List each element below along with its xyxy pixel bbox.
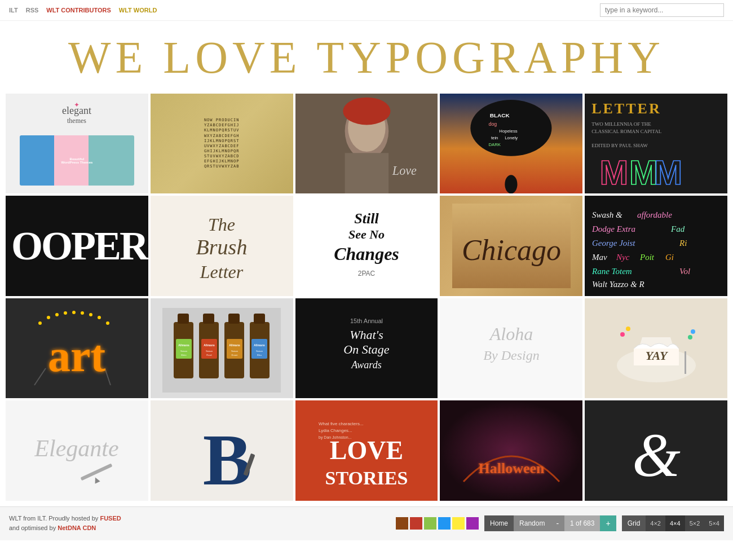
svg-text:B: B — [203, 419, 252, 493]
grid-item-elegant-themes[interactable]: elegant themes ✦ BeautifulWordPress Them… — [6, 94, 148, 193]
yay-inner: YAY — [585, 298, 727, 398]
svg-text:Allmans: Allmans — [229, 343, 240, 347]
grid-item-black-dog[interactable]: BLACK dog Hopeless tein Lonely DARK — [440, 94, 582, 193]
grid-option-4x2[interactable]: 4×2 — [646, 515, 665, 531]
still-inner: Still See No Changes 2PAC — [295, 196, 438, 296]
next-page-button[interactable]: + — [600, 515, 616, 531]
portrait-inner: Love — [295, 94, 438, 193]
swatch-red[interactable] — [410, 517, 422, 530]
svg-rect-5 — [345, 153, 388, 193]
svg-rect-113 — [452, 408, 571, 493]
stage-inner: 15th Annual What's On Stage Awards — [295, 298, 438, 398]
prev-page-button[interactable]: - — [550, 515, 564, 531]
footer: WLT from ILT. Proudly hosted by FUSED an… — [0, 506, 733, 540]
svg-text:Elegante: Elegante — [34, 435, 119, 461]
svg-text:DARK: DARK — [489, 142, 501, 147]
grid-item-alphabet[interactable]: NOW PRODUCINYZABCDEFGHIJKLMNOPQRSTUVWXYZ… — [151, 94, 293, 193]
grid-item-chicago[interactable]: Chicago — [440, 196, 582, 296]
grid-item-art-sign[interactable]: art — [6, 298, 148, 398]
svg-text:What five characters...: What five characters... — [319, 421, 364, 426]
svg-text:Aloha: Aloha — [489, 324, 533, 344]
grid-item-swash[interactable]: Swash & affordable Dodge Extra Fad Georg… — [585, 196, 727, 296]
grid-item-brush-letter[interactable]: The Brush Letter — [151, 196, 293, 296]
search-input[interactable] — [600, 3, 724, 17]
svg-text:Hopeless: Hopeless — [500, 129, 518, 134]
grid-item-whats-on-stage[interactable]: 15th Annual What's On Stage Awards — [295, 298, 438, 398]
image-grid: elegant themes ✦ BeautifulWordPress Them… — [0, 94, 733, 506]
svg-point-54 — [89, 313, 92, 316]
svg-text:Saison: Saison — [256, 350, 263, 352]
grid-item-letter-book[interactable]: LETTER TWO MILLENNIA OF THECLASSICAL ROM… — [585, 94, 727, 193]
svg-text:Doure: Doure — [232, 354, 239, 356]
svg-rect-65 — [203, 314, 214, 324]
home-button[interactable]: Home — [484, 515, 514, 531]
swash-inner: Swash & affordable Dodge Extra Fad Georg… — [585, 196, 727, 296]
svg-point-97 — [691, 329, 695, 334]
svg-text:The: The — [208, 214, 235, 235]
aloha-inner: Aloha By Design — [440, 298, 582, 398]
beer-inner: Allmans Saison Bière Allmans Saison Rosé… — [151, 298, 293, 398]
svg-text:&: & — [632, 421, 681, 490]
svg-text:Nyc: Nyc — [616, 253, 630, 262]
footer-credit: WLT from ILT. Proudly hosted by FUSED an… — [9, 514, 121, 533]
grid-item-love-stories[interactable]: What five characters... Lydia Changes...… — [295, 400, 438, 500]
nav-rss[interactable]: RSS — [26, 7, 39, 14]
svg-text:Dodge Extra: Dodge Extra — [591, 224, 635, 233]
grid-option-4x4[interactable]: 4×4 — [665, 515, 685, 531]
swatch-yellow[interactable] — [452, 517, 465, 530]
svg-text:Ri: Ri — [679, 239, 687, 248]
svg-text:Lonely: Lonely — [505, 135, 518, 140]
svg-text:Allmans: Allmans — [254, 343, 265, 347]
elegant-logo: elegant themes ✦ — [43, 102, 111, 133]
random-button[interactable]: Random — [514, 515, 550, 531]
svg-point-56 — [106, 321, 109, 325]
brush-inner: The Brush Letter — [151, 196, 293, 296]
svg-text:By Design: By Design — [483, 348, 539, 363]
footer-fused-link[interactable]: FUSED — [100, 515, 121, 522]
svg-point-48 — [38, 321, 42, 325]
footer-cdn-link[interactable]: NetDNA CDN — [58, 524, 96, 531]
svg-text:Saison: Saison — [231, 350, 238, 352]
swatch-blue[interactable] — [438, 517, 451, 530]
svg-point-99 — [688, 335, 692, 339]
grid-item-elegante-script[interactable]: Elegante — [6, 400, 148, 500]
svg-point-96 — [620, 332, 625, 337]
svg-point-52 — [72, 311, 76, 314]
swatch-green[interactable] — [424, 517, 436, 530]
pagination: Home Random - 1 of 683 + — [484, 515, 616, 531]
grid-item-portrait[interactable]: Love — [295, 94, 438, 193]
grid-item-b-letter[interactable]: B — [151, 400, 293, 500]
svg-rect-59 — [178, 314, 189, 324]
nav-ilt[interactable]: ILT — [9, 7, 18, 14]
nav-world[interactable]: WLT WORLD — [119, 7, 157, 14]
svg-point-49 — [47, 316, 50, 319]
svg-text:Saison: Saison — [180, 350, 187, 352]
grid-item-beer-bottles[interactable]: Allmans Saison Bière Allmans Saison Rosé… — [151, 298, 293, 398]
svg-text:See No: See No — [348, 227, 385, 241]
grid-option-5x2[interactable]: 5×2 — [685, 515, 705, 531]
nav-links: ILT RSS WLT CONTRIBUTORS WLT WORLD — [9, 7, 157, 14]
swatch-brown[interactable] — [396, 517, 408, 530]
love-inner: What five characters... Lydia Changes...… — [295, 400, 438, 500]
grid-item-aloha[interactable]: Aloha By Design — [440, 298, 582, 398]
svg-text:STORIES: STORIES — [325, 468, 408, 488]
grid-item-cooper[interactable]: OOPER — [6, 196, 148, 296]
grid-item-yay-cake[interactable]: YAY — [585, 298, 727, 398]
svg-text:tein: tein — [491, 135, 498, 140]
swatch-purple[interactable] — [466, 517, 479, 530]
svg-text:What's: What's — [350, 328, 383, 342]
grid-item-ampersand[interactable]: & — [585, 400, 727, 500]
footer-credit-text: WLT from ILT. Proudly hosted by — [9, 515, 98, 522]
svg-text:Saison: Saison — [206, 350, 213, 352]
svg-text:Still: Still — [354, 210, 379, 227]
grid-option-5x4[interactable]: 5×4 — [704, 515, 724, 531]
grid-item-still-no-changes[interactable]: Still See No Changes 2PAC — [295, 196, 438, 296]
grid-item-halloween[interactable]: Halloween — [440, 400, 582, 500]
elegant-mockup: BeautifulWordPress Themes — [20, 135, 134, 186]
svg-text:YAY: YAY — [645, 349, 668, 363]
svg-text:Lydia Changes...: Lydia Changes... — [319, 428, 352, 433]
svg-text:Swash &: Swash & — [592, 210, 622, 219]
svg-rect-71 — [228, 314, 240, 324]
svg-text:Gi: Gi — [665, 253, 674, 262]
nav-contributors[interactable]: WLT CONTRIBUTORS — [46, 7, 111, 14]
